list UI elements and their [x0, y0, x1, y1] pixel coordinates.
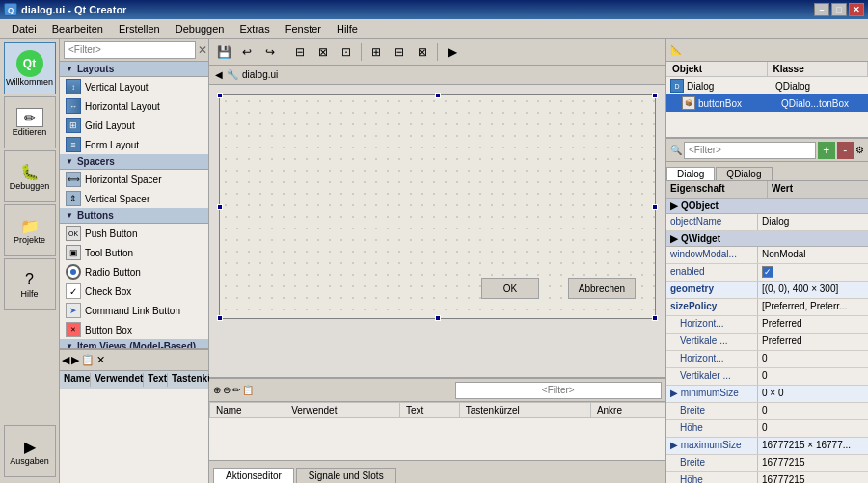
menu-bearbeiten[interactable]: Bearbeiten	[44, 21, 111, 37]
ok-button[interactable]: OK	[481, 278, 539, 299]
resize-handle-tr[interactable]	[652, 93, 658, 98]
tb-undo-icon[interactable]: ↩	[236, 41, 258, 63]
widget-label: Tool Button	[85, 248, 133, 258]
menu-debuggen[interactable]: Debuggen	[168, 21, 232, 37]
prop-maxheight[interactable]: Höhe 16777215	[666, 472, 868, 483]
canvas-area: OK Abbrechen	[209, 85, 665, 377]
action-filter-input[interactable]	[455, 382, 663, 399]
prop-maxwidth[interactable]: Breite 16777215	[666, 455, 868, 472]
widget-grid-layout[interactable]: ⊞ Grid Layout	[60, 116, 208, 135]
sidebar-item-edit[interactable]: ✏ Editieren	[4, 96, 56, 148]
resize-handle-ml[interactable]	[217, 204, 223, 210]
prop-minimumsize[interactable]: ▶ minimumSize 0 × 0	[666, 386, 868, 403]
close-button[interactable]: ✕	[849, 3, 864, 16]
maximize-button[interactable]: □	[831, 3, 847, 16]
tb-forward-icon[interactable]: ▶	[71, 354, 79, 366]
obj-row-buttonbox[interactable]: 📦 buttonBox QDialo...tonBox	[666, 94, 868, 112]
tb-break-icon[interactable]: ⊟	[389, 41, 410, 63]
category-layouts[interactable]: ▼ Layouts	[60, 62, 208, 77]
action-remove-icon[interactable]: ⊖	[223, 385, 231, 395]
tab-actions[interactable]: Aktionseditor	[213, 468, 294, 483]
props-tab-dialog[interactable]: Dialog	[666, 167, 715, 180]
tb-preview-icon[interactable]: ▶	[442, 41, 463, 63]
sidebar-item-welcome[interactable]: Qt Willkommen	[4, 42, 56, 94]
widget-button-box[interactable]: ✕ Button Box	[60, 320, 208, 339]
obj-row-dialog[interactable]: D Dialog QDialog	[666, 77, 868, 94]
sidebar-item-help[interactable]: ? Hilfe	[4, 258, 56, 310]
cancel-button[interactable]: Abbrechen	[568, 278, 636, 299]
prop-minwidth[interactable]: Breite 0	[666, 403, 868, 420]
widget-vertical-layout[interactable]: ↕ Vertical Layout	[60, 77, 208, 96]
widget-horizontal-spacer[interactable]: ⟺ Horizontal Spacer	[60, 170, 208, 189]
properties-filter-input[interactable]	[684, 142, 816, 159]
widget-tool-button[interactable]: ▣ Tool Button	[60, 243, 208, 262]
action-copy-icon[interactable]: 📋	[242, 385, 254, 395]
prop-name-sizepolicy: sizePolicy	[666, 299, 758, 315]
widget-push-button[interactable]: OK Push Button	[60, 224, 208, 243]
prop-minheight[interactable]: Höhe 0	[666, 420, 868, 438]
action-edit-icon[interactable]: ✏	[232, 385, 240, 395]
sidebar-item-projects[interactable]: 📁 Projekte	[4, 204, 56, 256]
category-spacers[interactable]: ▼ Spacers	[60, 154, 208, 170]
sidebar-item-debug[interactable]: 🐛 Debuggen	[4, 150, 56, 202]
tb-redo-icon[interactable]: ↪	[259, 41, 281, 63]
menu-erstellen[interactable]: Erstellen	[111, 21, 168, 37]
widget-horizontal-layout[interactable]: ↔ Horizontal Layout	[60, 96, 208, 116]
widget-panel-close[interactable]: ✕	[198, 43, 207, 57]
prop-name-maxwidth: Breite	[666, 455, 758, 471]
widget-vertical-spacer[interactable]: ⇕ Vertical Spacer	[60, 189, 208, 208]
resize-handle-tl[interactable]	[217, 93, 223, 98]
prop-windowmodal[interactable]: windowModal... NonModal	[666, 247, 868, 264]
menu-fenster[interactable]: Fenster	[278, 21, 329, 37]
prop-val-minimumsize: 0 × 0	[758, 386, 868, 402]
tb-layout-icon[interactable]: ⊞	[366, 41, 387, 63]
minimize-button[interactable]: –	[814, 3, 829, 16]
resize-handle-mr[interactable]	[652, 204, 658, 210]
resize-handle-br[interactable]	[652, 315, 658, 321]
widget-check-box[interactable]: ✓ Check Box	[60, 282, 208, 301]
prop-val-minwidth: 0	[758, 403, 868, 419]
prop-sizepolicy[interactable]: sizePolicy [Preferred, Preferr...	[666, 299, 868, 316]
tb-align-right-icon[interactable]: ⊠	[312, 41, 334, 63]
prop-objectname[interactable]: objectName Dialog	[666, 214, 868, 231]
tb-align-left-icon[interactable]: ⊟	[289, 41, 311, 63]
dialog-canvas[interactable]: OK Abbrechen	[219, 94, 656, 319]
category-item-views[interactable]: ▼ Item Views (Model-Based)	[60, 339, 208, 348]
prop-horiz[interactable]: Horizont... Preferred	[666, 316, 868, 334]
action-add-icon[interactable]: ⊕	[213, 385, 221, 395]
category-buttons[interactable]: ▼ Buttons	[60, 208, 208, 224]
resize-handle-bl[interactable]	[217, 315, 223, 321]
menu-hilfe[interactable]: Hilfe	[329, 21, 366, 37]
breadcrumb-arrow-icon: ◀	[215, 69, 223, 80]
tb-adjust-icon[interactable]: ⊠	[412, 41, 433, 63]
tab-signals[interactable]: Signale und Slots	[296, 468, 396, 483]
menu-extras[interactable]: Extras	[231, 21, 277, 37]
tb-close-icon[interactable]: ✕	[96, 354, 105, 366]
prop-enabled[interactable]: enabled ✓	[666, 264, 868, 282]
widget-form-layout[interactable]: ≡ Form Layout	[60, 135, 208, 154]
prop-horiz2[interactable]: Horizont... 0	[666, 351, 868, 368]
add-property-button[interactable]: +	[818, 142, 835, 159]
props-col-value: Wert	[768, 181, 868, 198]
category-arrow-spacers: ▼	[66, 157, 73, 166]
prop-geometry[interactable]: geometry [(0, 0), 400 × 300]	[666, 282, 868, 299]
enabled-checkbox[interactable]: ✓	[762, 266, 773, 278]
widget-command-link[interactable]: ➤ Command Link Button	[60, 301, 208, 320]
resize-handle-bc[interactable]	[435, 315, 441, 321]
widget-radio-button[interactable]: Radio Button	[60, 262, 208, 282]
tb-align-center-icon[interactable]: ⊡	[336, 41, 357, 63]
button-box-icon: ✕	[66, 322, 81, 337]
prop-vert[interactable]: Vertikale ... Preferred	[666, 334, 868, 351]
prop-maximumsize[interactable]: ▶ maximumSize 16777215 × 16777...	[666, 438, 868, 455]
props-tab-qdialog[interactable]: QDialog	[716, 167, 772, 180]
tb-save-icon[interactable]: 💾	[213, 41, 234, 63]
tb-back-icon[interactable]: ◀	[62, 354, 69, 366]
titlebar: Q dialog.ui - Qt Creator – □ ✕	[0, 0, 868, 19]
menu-datei[interactable]: Datei	[4, 21, 44, 37]
resize-handle-tc[interactable]	[435, 93, 441, 98]
more-options-icon[interactable]: ⚙	[855, 145, 864, 155]
remove-property-button[interactable]: -	[837, 142, 854, 159]
widget-filter-input[interactable]	[64, 41, 196, 59]
prop-vert2[interactable]: Vertikaler ... 0	[666, 368, 868, 386]
sidebar-item-output[interactable]: ▶ Ausgaben	[4, 425, 56, 477]
